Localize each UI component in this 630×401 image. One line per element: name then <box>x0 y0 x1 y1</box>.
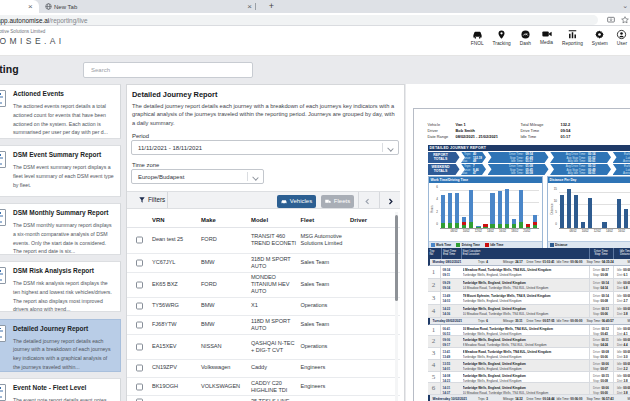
fleets-button[interactable]: Fleets <box>321 195 354 208</box>
bookmark-star-icon[interactable] <box>621 16 629 24</box>
url-text: app.autonomise.ai/reporting/live <box>0 17 88 24</box>
row-checkbox[interactable] <box>136 365 143 372</box>
nav-item[interactable]: FNOL <box>471 30 484 46</box>
tab-search-icon[interactable]: ⌄ <box>622 2 628 10</box>
new-tab-button[interactable]: + <box>266 1 277 12</box>
nav-item[interactable]: Tracking <box>493 30 511 46</box>
trip-locations: Tunbridge Wells, England, United Kingdom… <box>463 386 589 396</box>
journey-row: 4 14:2214:36 Tunbridge Wells, England, U… <box>428 305 630 318</box>
gauge-icon <box>521 30 530 39</box>
info-value: Van 1 <box>456 122 466 127</box>
report-doc-icon <box>0 267 6 284</box>
report-doc-icon <box>0 325 6 342</box>
nav-item[interactable]: Media <box>540 30 553 46</box>
vehicle-row[interactable]: TY56WRG BMW X1 Operations <box>127 298 400 317</box>
timezone-select[interactable]: Europe/Budapest <box>131 169 264 184</box>
nav-item[interactable]: System <box>592 30 608 46</box>
vehicle-row[interactable]: EA15XEV NISSAN QASHQAI N-TEC + DIG-T CVT… <box>127 335 400 360</box>
report-item-description: The detailed journey report details each… <box>13 337 114 372</box>
trip-idle-distance: Idle: 00:00Dist: 4.1 <box>613 325 630 336</box>
trip-drive-stop: Drive: 00:08Stop: 00:06 <box>589 348 612 359</box>
vehicle-row[interactable]: EK65 BXZ FORD MONDEO TITANIUM HEV AUTO S… <box>127 273 400 298</box>
video-camera-icon <box>542 30 552 38</box>
report-list-item[interactable]: Event Note - Fleet Level The event note … <box>0 378 121 401</box>
vehicles-button[interactable]: Vehicles <box>277 195 316 208</box>
nav-item[interactable]: Reporting <box>562 30 583 46</box>
car-icon <box>472 30 483 39</box>
address-bar[interactable]: app.autonomise.ai/reporting/live <box>0 15 598 25</box>
report-list-item[interactable]: Detailed Journey Report The detailed jou… <box>0 319 121 372</box>
row-checkbox[interactable] <box>136 237 143 244</box>
journey-table-header: TripNo Start TimeEnd Time Start Location… <box>428 248 630 259</box>
journey-day-stat: Drive Time: 00:57:05 <box>527 319 555 323</box>
period-value: 11/11/2021 - 18/11/2021 <box>138 145 202 151</box>
journey-day-stat: Stop Time: 06:57:43 <box>587 397 614 401</box>
trip-idle-distance: Idle: 00:00Dist: 6.1 <box>613 266 630 278</box>
app-header: Automotive Solutions Limited AUTONOMISE.… <box>0 26 630 56</box>
row-checkbox[interactable] <box>136 303 143 310</box>
report-doc-icon <box>0 384 6 401</box>
row-checkbox[interactable] <box>136 383 143 390</box>
trip-drive-stop: Drive: 00:06Stop: 00:00 <box>589 383 612 394</box>
page-band: Reporting <box>0 56 630 84</box>
chart-bar <box>615 187 622 228</box>
column-divider <box>461 248 462 259</box>
report-list-item[interactable]: Actioned Events The actioned events repo… <box>0 84 121 139</box>
pager-prev-button[interactable] <box>360 194 374 208</box>
nav-item[interactable]: Dash <box>520 30 531 46</box>
info-value: 09:54 <box>561 128 571 133</box>
report-doc-icon <box>0 209 6 226</box>
table-toolbar: Filters Vehicles Fleets <box>127 191 400 209</box>
tab-active[interactable]: × <box>0 0 39 13</box>
trip-drive-stop: Drive: 00:06Stop: 00:07 <box>589 360 612 371</box>
report-doc-icon <box>0 151 6 168</box>
table-scrollbar[interactable] <box>395 212 399 401</box>
search-input[interactable] <box>83 62 253 78</box>
pager-next-button[interactable] <box>383 194 397 208</box>
totals-segment: Earliest Start Time:06:42Latest Start Ti… <box>613 152 630 164</box>
period-select[interactable]: 11/11/2021 - 18/11/2021 <box>131 140 399 155</box>
row-checkbox[interactable] <box>136 281 143 288</box>
journey-col-header: Start LocationEnd Location <box>463 250 481 257</box>
tab-new-tab[interactable]: New Tab × <box>40 0 256 13</box>
vehicles-table: VRN Make Model Fleet Driver Dean test 25… <box>127 212 400 401</box>
trip-locations: Tunbridge Wells, England, United Kingdom… <box>463 362 589 372</box>
column-header-make: Make <box>201 217 216 223</box>
page-title: Reporting <box>0 63 19 75</box>
funnel-icon <box>139 197 145 203</box>
row-checkbox[interactable] <box>136 322 143 329</box>
report-item-description: The DSM risk analysis report displays th… <box>13 279 114 312</box>
chart-bar <box>594 187 601 228</box>
vehicle-row[interactable]: FJ68YTW BMW 118D M SPORT AUTO Sales Team <box>127 316 400 335</box>
tab-close-icon[interactable]: × <box>247 1 252 12</box>
trip-number: 1 <box>428 325 441 336</box>
scrollbar-thumb[interactable] <box>395 215 399 301</box>
vehicle-row[interactable]: CN19ZPV Volkswagen Caddy Engineers <box>127 360 400 379</box>
company-name: Automotive Solutions Limited <box>0 29 45 34</box>
tab-close-icon[interactable]: × <box>28 1 33 12</box>
vehicle-row[interactable]: BK19OGH VOLKSWAGEN CADDY C20 HIGHLINE TD… <box>127 378 400 396</box>
report-list-item[interactable]: DSM Risk Analysis Report The DSM risk an… <box>0 261 121 312</box>
trip-idle-distance: Idle: 00:00Dist: 2.7 <box>613 292 630 304</box>
chart-bar <box>587 187 594 228</box>
journey-row: 1 06:4106:53 10 Meadow Road, Tunbridge W… <box>428 325 630 337</box>
work-time-chart: Work Time/Driving Time024608/0210/0212/0… <box>428 176 543 250</box>
car-icon <box>281 199 287 204</box>
trip-drive-stop: Drive: 00:15Stop: 00:08 <box>589 372 612 383</box>
chart-bar <box>566 187 573 228</box>
report-list-item[interactable]: DSM Monthly Summary Report The DSM month… <box>0 203 121 255</box>
journey-day-header: Wednesday 10/02/2021 Trips: 3 Mileage: 1… <box>428 395 630 401</box>
nav-item[interactable]: User <box>617 30 627 46</box>
filters-button[interactable]: Filters <box>139 196 165 203</box>
totals-segment: Earliest Start Time:11:09Latest Start Ti… <box>613 164 630 176</box>
install-icon[interactable] <box>607 16 615 24</box>
vehicle-row[interactable]: 35 TFSI S LINE <box>127 396 400 401</box>
trip-locations: Tunbridge Wells, England, United Kingdom… <box>463 338 589 348</box>
vehicle-row[interactable]: YC67JYL BMW 318D M SPORT AUTO Sales Team <box>127 254 400 274</box>
row-checkbox[interactable] <box>136 343 143 350</box>
trip-locations: 8 Meadow Road, Tunbridge Wells, TN4 8UL,… <box>463 350 589 360</box>
chevron-down-icon <box>253 175 258 180</box>
row-checkbox[interactable] <box>136 259 143 266</box>
report-list-item[interactable]: DSM Event Summary Report The DSM event s… <box>0 145 121 197</box>
vehicle-row[interactable]: Dean test 25 FORD TRANSIT 460 TREND ECON… <box>127 228 400 254</box>
